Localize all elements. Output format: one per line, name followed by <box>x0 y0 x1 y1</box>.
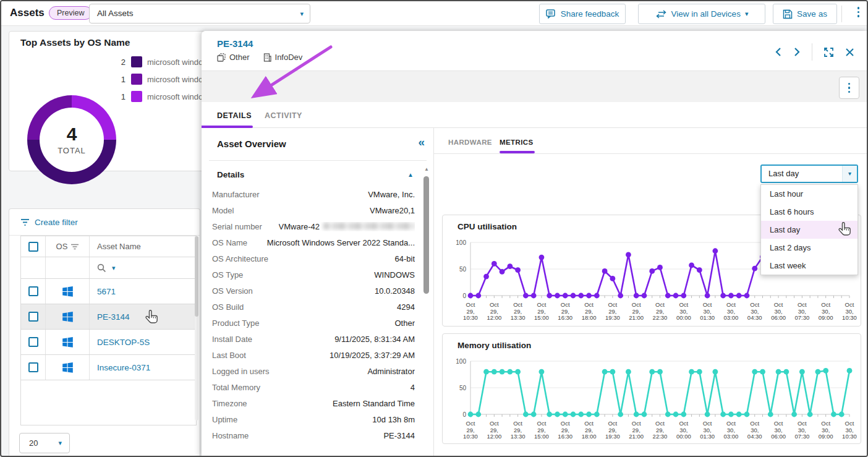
time-range-option[interactable]: Last 6 hours <box>761 203 857 221</box>
data-point[interactable] <box>539 255 545 260</box>
row-checkbox[interactable] <box>28 337 38 347</box>
data-point[interactable] <box>523 412 529 417</box>
data-point[interactable] <box>602 268 608 274</box>
data-point[interactable] <box>626 369 631 375</box>
data-point[interactable] <box>807 412 813 417</box>
create-filter-button[interactable]: Create filter <box>20 218 78 227</box>
data-point[interactable] <box>500 369 505 375</box>
data-point[interactable] <box>744 293 750 299</box>
tab-details[interactable]: DETAILS <box>217 111 252 120</box>
data-point[interactable] <box>736 412 742 417</box>
row-checkbox[interactable] <box>28 312 38 322</box>
data-point[interactable] <box>665 412 671 417</box>
data-point[interactable] <box>831 412 836 417</box>
data-point[interactable] <box>760 369 765 375</box>
data-point[interactable] <box>776 369 781 375</box>
data-point[interactable] <box>483 369 489 375</box>
data-point[interactable] <box>791 412 797 417</box>
expand-panel-button[interactable] <box>823 47 834 58</box>
tab-activity[interactable]: ACTIVITY <box>265 111 302 120</box>
data-point[interactable] <box>799 369 805 375</box>
data-point[interactable] <box>673 412 679 417</box>
data-point[interactable] <box>736 293 742 299</box>
data-point[interactable] <box>515 267 521 273</box>
data-point[interactable] <box>720 412 726 417</box>
data-point[interactable] <box>618 293 623 299</box>
data-point[interactable] <box>555 412 560 417</box>
data-point[interactable] <box>539 369 545 375</box>
data-point[interactable] <box>571 412 576 417</box>
data-point[interactable] <box>728 412 734 417</box>
data-point[interactable] <box>626 252 631 257</box>
data-point[interactable] <box>657 369 663 375</box>
data-point[interactable] <box>594 412 600 417</box>
asset-name-search-cell[interactable]: ▾ <box>90 257 196 278</box>
asset-name-link[interactable]: DESKTOP-5S <box>97 338 150 347</box>
data-point[interactable] <box>586 293 592 299</box>
asset-view-select[interactable]: All Assets ▾ <box>89 4 310 23</box>
data-point[interactable] <box>491 261 497 267</box>
table-scrollbar[interactable] <box>195 236 198 421</box>
time-range-option[interactable]: Last 2 days <box>761 239 857 257</box>
data-point[interactable] <box>586 412 592 417</box>
data-point[interactable] <box>468 412 474 417</box>
data-point[interactable] <box>602 369 608 375</box>
data-point[interactable] <box>705 293 710 299</box>
data-point[interactable] <box>815 369 821 375</box>
data-point[interactable] <box>697 267 702 273</box>
data-point[interactable] <box>547 293 552 299</box>
data-point[interactable] <box>610 276 615 281</box>
data-point[interactable] <box>823 368 828 374</box>
data-point[interactable] <box>689 369 694 375</box>
data-point[interactable] <box>610 369 615 375</box>
asset-name-link[interactable]: 5671 <box>97 287 116 296</box>
overview-scrollbar[interactable]: ▲ ▼ <box>423 166 430 457</box>
data-point[interactable] <box>491 369 497 375</box>
top-bar-more-button[interactable] <box>857 7 860 17</box>
data-point[interactable] <box>483 274 489 280</box>
next-asset-button[interactable] <box>793 47 801 57</box>
data-point[interactable] <box>563 293 568 299</box>
data-point[interactable] <box>689 263 694 268</box>
chevron-up-icon[interactable]: ▲ <box>407 171 414 178</box>
data-point[interactable] <box>665 293 671 299</box>
data-point[interactable] <box>642 412 647 417</box>
data-point[interactable] <box>578 293 584 299</box>
time-range-option[interactable]: Last day <box>761 221 857 239</box>
save-as-button[interactable]: Save as <box>773 4 837 24</box>
tab-metrics[interactable]: METRICS <box>500 139 534 146</box>
data-point[interactable] <box>618 412 623 417</box>
data-point[interactable] <box>571 293 576 299</box>
view-in-all-devices-button[interactable]: View in all Devices ▾ <box>638 4 765 24</box>
data-point[interactable] <box>712 369 718 375</box>
os-column-header[interactable]: OS <box>46 236 90 257</box>
data-point[interactable] <box>673 293 679 299</box>
data-point[interactable] <box>523 293 529 299</box>
asset-name-link[interactable]: PE-3144 <box>97 312 130 322</box>
data-point[interactable] <box>475 412 481 417</box>
row-checkbox[interactable] <box>28 362 38 372</box>
data-point[interactable] <box>839 412 845 417</box>
tab-hardware[interactable]: HARDWARE <box>448 139 492 146</box>
data-point[interactable] <box>555 293 560 299</box>
scrollbar-thumb[interactable] <box>423 176 429 294</box>
data-point[interactable] <box>681 412 686 417</box>
data-point[interactable] <box>720 293 726 299</box>
data-point[interactable] <box>500 269 505 275</box>
share-feedback-button[interactable]: Share feedback <box>539 4 626 24</box>
page-size-select[interactable]: 20 ▾ <box>19 433 70 453</box>
data-point[interactable] <box>594 293 600 299</box>
collapse-pane-icon[interactable]: « <box>418 135 425 149</box>
scroll-up-icon[interactable]: ▲ <box>423 166 430 172</box>
data-point[interactable] <box>578 412 584 417</box>
data-point[interactable] <box>634 412 639 417</box>
data-point[interactable] <box>468 293 474 299</box>
data-point[interactable] <box>712 248 718 254</box>
asset-name-column-header[interactable]: Asset Name <box>90 236 196 257</box>
data-point[interactable] <box>515 369 521 375</box>
data-point[interactable] <box>531 293 537 299</box>
data-point[interactable] <box>752 266 757 271</box>
close-panel-button[interactable] <box>845 48 854 57</box>
time-range-option[interactable]: Last week <box>761 257 857 275</box>
time-range-select[interactable]: Last day ▾ <box>760 164 858 183</box>
